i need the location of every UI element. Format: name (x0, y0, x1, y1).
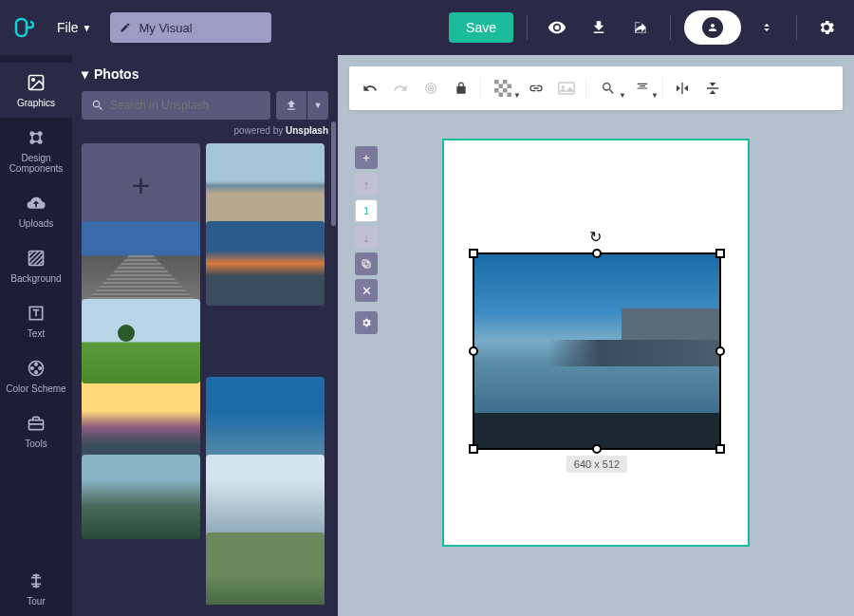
preview-button[interactable] (541, 11, 573, 44)
flip-horizontal-button[interactable] (669, 75, 696, 102)
sidebar-item-background[interactable]: Background (0, 238, 72, 293)
toolbox-icon (26, 413, 46, 434)
resize-handle-r[interactable] (715, 346, 725, 356)
align-button[interactable]: ▼ (628, 75, 657, 102)
sidebar-item-graphics[interactable]: Graphics (0, 63, 72, 118)
svg-point-14 (35, 371, 38, 374)
palette-icon (26, 358, 46, 379)
photo-thumb[interactable] (82, 221, 200, 306)
sidebar-item-tour[interactable]: Tour (0, 561, 72, 616)
crop-button[interactable]: ▼ (592, 75, 624, 102)
search-input[interactable] (110, 99, 261, 112)
resize-handle-tr[interactable] (715, 249, 725, 258)
sidebar-item-label: Tools (25, 439, 46, 449)
sidebar-item-label: Uploads (19, 218, 54, 229)
chevron-down-icon: ▾ (82, 66, 88, 82)
sidebar-item-label: Color Scheme (6, 383, 65, 394)
selected-image[interactable]: ↻ 640 x 512 (473, 252, 721, 450)
sidebar-item-label: Design Components (2, 153, 70, 174)
photo-thumb[interactable] (82, 455, 200, 539)
user-menu[interactable] (684, 10, 741, 45)
photo-thumb[interactable] (206, 221, 325, 306)
svg-rect-22 (499, 84, 504, 89)
image-adjust-button[interactable] (553, 75, 580, 102)
undo-button[interactable] (357, 75, 383, 102)
photo-thumb[interactable] (82, 377, 200, 461)
photo-thumb[interactable] (206, 377, 325, 461)
upload-dropdown[interactable]: ▼ (307, 91, 328, 120)
components-icon (26, 127, 46, 148)
panel-header[interactable]: ▾ Photos (82, 66, 328, 82)
svg-point-18 (430, 87, 431, 88)
sidebar-item-text[interactable]: Text (0, 293, 72, 348)
resize-handle-l[interactable] (469, 346, 478, 356)
share-button[interactable] (624, 11, 657, 44)
pencil-icon (120, 22, 131, 33)
powered-by-text: powered by Unsplash (82, 125, 328, 136)
transparency-button[interactable]: ▼ (487, 75, 519, 102)
photo-thumb[interactable] (82, 299, 200, 383)
user-avatar-icon (702, 17, 723, 38)
target-button[interactable] (418, 75, 444, 102)
upload-button[interactable] (276, 91, 306, 120)
panel-title: Photos (94, 66, 139, 82)
svg-rect-20 (494, 80, 499, 84)
photo-thumb[interactable] (206, 532, 325, 605)
panel-scrollbar[interactable] (331, 121, 336, 226)
resize-handle-tl[interactable] (469, 249, 478, 258)
svg-rect-23 (508, 84, 512, 89)
texture-icon (26, 248, 46, 269)
resize-handle-b[interactable] (592, 444, 602, 454)
settings-button[interactable] (810, 11, 843, 44)
search-input-wrapper[interactable] (82, 91, 270, 120)
svg-point-2 (32, 79, 35, 82)
expand-button[interactable] (751, 11, 783, 44)
svg-rect-24 (494, 88, 499, 93)
svg-point-13 (39, 367, 42, 370)
resize-handle-br[interactable] (715, 444, 725, 454)
chevron-down-icon: ▼ (83, 23, 92, 33)
rotate-handle[interactable]: ↻ (589, 228, 602, 246)
sidebar-item-label: Tour (27, 596, 45, 607)
svg-point-4 (30, 132, 33, 135)
flip-vertical-button[interactable] (699, 75, 726, 102)
document-title-field[interactable] (110, 12, 271, 43)
canvas-toolbar: ▼ ▼ ▼ (349, 66, 843, 110)
svg-point-6 (30, 140, 33, 143)
canvas-area: ▼ ▼ ▼ + ↑ 1 ↓ ✕ (338, 55, 854, 616)
svg-point-7 (39, 140, 42, 143)
sidebar-item-uploads[interactable]: Uploads (0, 183, 72, 238)
sidebar-item-label: Text (28, 328, 45, 339)
image-icon (26, 72, 46, 93)
sidebar-item-label: Background (10, 273, 61, 284)
resize-handle-t[interactable] (592, 249, 602, 258)
sidebar-item-color-scheme[interactable]: Color Scheme (0, 348, 72, 403)
svg-rect-21 (503, 80, 508, 84)
sidebar-item-tools[interactable]: Tools (0, 403, 72, 458)
add-photo-button[interactable]: + (82, 143, 200, 228)
cloud-upload-icon (26, 193, 46, 214)
title-input[interactable] (139, 21, 262, 35)
lock-button[interactable] (448, 75, 474, 102)
svg-rect-27 (508, 93, 512, 98)
svg-point-11 (35, 364, 38, 366)
svg-rect-25 (503, 88, 508, 93)
resize-handle-bl[interactable] (469, 444, 478, 454)
dimensions-label: 640 x 512 (566, 456, 627, 473)
svg-rect-28 (559, 83, 575, 94)
top-bar: File ▼ Save (0, 0, 854, 55)
save-button[interactable]: Save (449, 12, 513, 43)
design-page[interactable]: ↻ 640 x 512 (442, 139, 750, 547)
photo-thumb[interactable] (206, 143, 325, 228)
text-icon (26, 303, 46, 324)
photos-panel: ▾ Photos ▼ powered by Unsplash + (72, 55, 338, 616)
file-menu[interactable]: File ▼ (47, 14, 101, 41)
sidebar-item-label: Graphics (17, 98, 55, 108)
redo-button[interactable] (387, 75, 414, 102)
left-sidebar: Graphics Design Components Uploads Backg… (0, 55, 72, 616)
tour-icon (26, 570, 46, 591)
link-button[interactable] (523, 75, 549, 102)
photo-thumb[interactable] (206, 455, 325, 539)
download-button[interactable] (583, 11, 615, 44)
sidebar-item-components[interactable]: Design Components (0, 118, 72, 183)
